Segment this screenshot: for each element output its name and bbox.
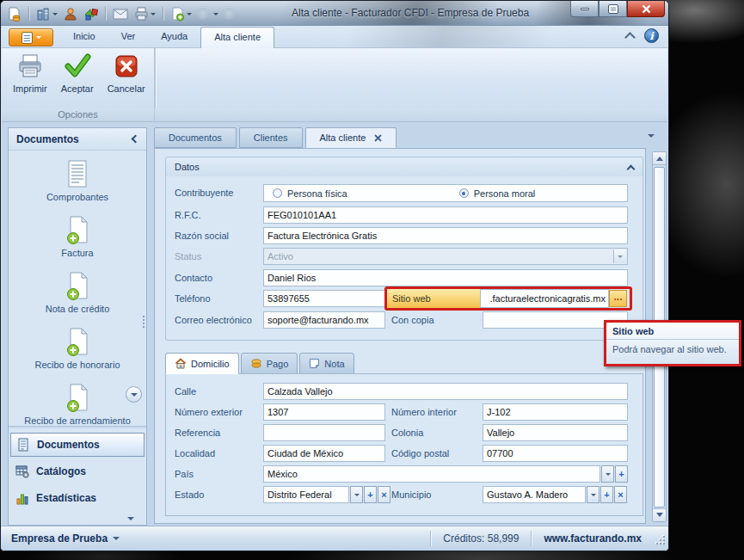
doc-tab-documentos[interactable]: Documentos xyxy=(154,127,237,148)
telefono-input[interactable]: 53897655 xyxy=(263,290,385,307)
correo-label: Correo electrónico xyxy=(175,311,252,329)
form-panel: Datos Contribuyente Persona física Perso… xyxy=(154,148,646,524)
add-document-icon[interactable] xyxy=(169,6,193,22)
pais-dropdown-button[interactable] xyxy=(601,465,614,483)
close-tab-icon[interactable] xyxy=(374,134,382,142)
application-menu-button[interactable] xyxy=(9,28,53,46)
radio-persona-fisica[interactable]: Persona física xyxy=(273,188,347,199)
doc-tab-clientes[interactable]: Clientes xyxy=(239,127,303,148)
client-icon[interactable] xyxy=(63,6,78,22)
municipio-add-button[interactable]: + xyxy=(600,486,613,503)
colonia-label: Colonia xyxy=(391,424,423,441)
sidebar-item-factura[interactable]: Factura xyxy=(9,215,146,258)
imprimir-label: Imprimir xyxy=(13,83,47,94)
statistics-panel-icon xyxy=(15,491,29,505)
cancelar-button[interactable]: Cancelar xyxy=(105,52,148,95)
companies-icon[interactable] xyxy=(35,6,58,22)
customize-toolbar-icon[interactable] xyxy=(223,8,235,20)
scroll-down-button[interactable] xyxy=(653,508,666,521)
resize-grip-icon[interactable] xyxy=(654,533,665,545)
numero-interior-input[interactable]: J-102 xyxy=(483,403,628,421)
printer-icon xyxy=(17,53,43,79)
maximize-button[interactable] xyxy=(599,1,627,17)
company-name: Empresa de Prueba xyxy=(11,532,108,545)
chevron-down-icon xyxy=(187,13,192,18)
municipio-dropdown-button[interactable] xyxy=(587,486,600,503)
sidebar-overflow-button[interactable] xyxy=(126,386,142,403)
ribbon-tab-ayuda[interactable]: Ayuda xyxy=(148,26,200,48)
sidebar-splitter[interactable] xyxy=(9,426,146,429)
rfc-input[interactable]: FEG010101AA1 xyxy=(263,206,628,224)
sidebar-item-recibo-de-honorario[interactable]: Recibo de honorario xyxy=(9,327,146,370)
ribbon: Imprimir Aceptar Cancelar xyxy=(2,48,667,108)
scroll-up-button[interactable] xyxy=(653,152,666,165)
pais-label: País xyxy=(175,465,194,483)
credits-counter: Créditos: 58,999 xyxy=(431,532,531,545)
correo-input[interactable]: soporte@facturando.mx xyxy=(263,311,385,329)
sitio-web-input[interactable]: .facturaelectronicagratis.mx xyxy=(480,289,609,308)
chevron-down-icon xyxy=(52,13,58,18)
sidebar-panel-catalogos[interactable]: Catálogos xyxy=(10,459,144,483)
doc-tab-alta-cliente[interactable]: Alta cliente xyxy=(305,127,397,148)
email-icon[interactable] xyxy=(112,8,129,21)
sidebar-item-recibo-de-arrendamiento[interactable]: Recibo de arrendamiento xyxy=(9,383,146,426)
close-button[interactable] xyxy=(627,1,665,17)
calle-input[interactable]: Calzada Vallejo xyxy=(263,383,628,400)
new-document-icon xyxy=(63,215,92,246)
chevron-down-icon[interactable] xyxy=(213,13,218,18)
splitter-grip-icon[interactable] xyxy=(143,316,144,328)
sidebar-panel-documentos[interactable]: Documentos xyxy=(10,433,144,457)
website-link[interactable]: www.facturando.mx xyxy=(532,532,654,545)
new-invoice-icon[interactable] xyxy=(6,6,22,22)
sidebar-item-comprobantes[interactable]: Comprobantes xyxy=(9,159,146,202)
localidad-input[interactable]: Ciudad de México xyxy=(263,445,385,462)
tab-pago[interactable]: Pago xyxy=(241,353,298,374)
print-icon[interactable] xyxy=(133,6,157,22)
arrow-down-icon xyxy=(656,513,663,520)
sitio-web-tooltip: Sitio web Podrá navegar al sitio web. xyxy=(604,320,741,366)
export-icon[interactable] xyxy=(83,6,99,22)
estado-clear-button[interactable]: × xyxy=(378,486,390,503)
colonia-input[interactable]: Vallejo xyxy=(483,424,628,441)
collapse-sidebar-icon[interactable] xyxy=(132,135,140,144)
estado-combobox[interactable]: Distrito Federal xyxy=(263,486,349,503)
referencia-input[interactable] xyxy=(263,424,385,441)
imprimir-button[interactable]: Imprimir xyxy=(10,52,50,95)
pais-combobox[interactable]: México xyxy=(263,465,600,483)
codigo-postal-input[interactable]: 07700 xyxy=(483,445,628,462)
numero-exterior-input[interactable]: 1307 xyxy=(263,403,385,421)
ribbon-tab-alta-cliente[interactable]: Alta cliente xyxy=(200,27,274,48)
aceptar-button[interactable]: Aceptar xyxy=(58,52,96,95)
panel-options-icon[interactable] xyxy=(127,517,134,524)
new-document-icon xyxy=(63,271,92,302)
municipio-clear-button[interactable]: × xyxy=(614,486,627,503)
tab-list-dropdown-icon[interactable] xyxy=(648,134,655,141)
estado-add-button[interactable]: + xyxy=(364,486,377,503)
ribbon-group-label-band: Opciones xyxy=(2,108,667,122)
tab-domicilio[interactable]: Domicilio xyxy=(165,353,239,374)
info-icon[interactable]: i xyxy=(644,28,659,43)
sidebar-title: Documentos xyxy=(16,133,79,145)
municipio-combobox[interactable]: Gustavo A. Madero xyxy=(483,486,586,503)
razon-social-input[interactable]: Factura Electrónica Gratis xyxy=(263,227,628,244)
pais-add-button[interactable]: + xyxy=(615,465,628,483)
customize-toolbar-icon[interactable] xyxy=(197,8,209,20)
collapse-ribbon-icon[interactable] xyxy=(624,32,636,43)
tab-nota[interactable]: Nota xyxy=(299,353,354,374)
telefono-label: Teléfono xyxy=(175,290,211,307)
content-area: Documentos Clientes Alta cliente Datos C… xyxy=(152,127,668,526)
minimize-button[interactable] xyxy=(570,1,599,17)
desktop: Alta cliente - Facturador CFDI - Empresa… xyxy=(0,0,744,560)
app-window: Alta cliente - Facturador CFDI - Empresa… xyxy=(0,0,669,551)
collapse-group-icon[interactable] xyxy=(627,164,636,173)
estado-dropdown-button[interactable] xyxy=(350,486,363,503)
contacto-input[interactable]: Daniel Rios xyxy=(263,269,628,286)
company-selector[interactable]: Empresa de Prueba xyxy=(11,532,120,545)
sidebar-panel-estadisticas[interactable]: Estadísticas xyxy=(10,486,144,510)
radio-persona-moral[interactable]: Persona moral xyxy=(459,188,536,199)
maximize-icon xyxy=(609,5,618,13)
ribbon-tab-ver[interactable]: Ver xyxy=(108,26,149,48)
sidebar-item-nota-de-credito[interactable]: Nota de crédito xyxy=(9,271,146,314)
sitio-web-browse-button[interactable]: ... xyxy=(609,290,627,307)
ribbon-tab-inicio[interactable]: Inicio xyxy=(60,26,108,48)
